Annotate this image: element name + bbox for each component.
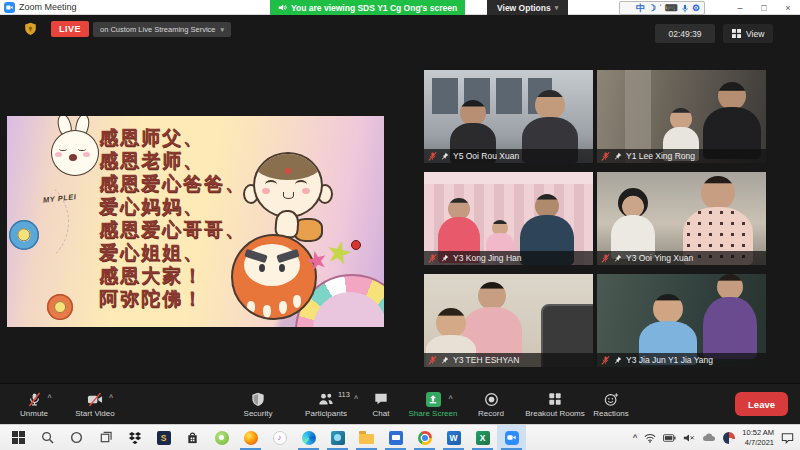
action-center-icon[interactable] bbox=[781, 432, 794, 444]
banner-text: You are viewing SDS Y1 Cg Ong's screen bbox=[291, 3, 457, 13]
task-view-button[interactable] bbox=[91, 425, 120, 450]
edge-glyph bbox=[302, 431, 316, 445]
flower-core bbox=[17, 228, 30, 241]
dropbox-icon[interactable] bbox=[120, 425, 149, 450]
firefox-icon[interactable] bbox=[236, 425, 265, 450]
app-media-icon[interactable]: ♪ bbox=[265, 425, 294, 450]
buddha-bindi bbox=[285, 168, 291, 174]
rabbit-mouth bbox=[69, 154, 77, 161]
minimize-button[interactable]: – bbox=[728, 0, 752, 15]
ime-toolbar[interactable]: 中 ☽ ˈ ⌨ ⚙ bbox=[619, 1, 705, 15]
security-button[interactable]: Security bbox=[236, 387, 280, 422]
participant-name: Y3 Jia Jun Y1 Jia Yang bbox=[626, 355, 713, 365]
participant-name: Y1 Lee Xing Rong bbox=[626, 151, 695, 161]
microsoft-store-icon[interactable] bbox=[178, 425, 207, 450]
share-screen-icon bbox=[426, 392, 441, 407]
volume-muted-icon[interactable] bbox=[683, 433, 695, 443]
cortana-icon bbox=[70, 431, 83, 444]
share-screen-button[interactable]: ^ Share Screen bbox=[402, 387, 464, 422]
app-green-icon[interactable] bbox=[207, 425, 236, 450]
task-view-icon bbox=[99, 431, 112, 444]
search-icon bbox=[41, 431, 54, 444]
word-icon[interactable]: W bbox=[439, 425, 468, 450]
ime-tone-icon[interactable]: ˈ bbox=[659, 2, 662, 14]
participants-button[interactable]: 113 ^ Participants bbox=[294, 387, 358, 422]
blue-flower bbox=[9, 220, 39, 250]
ime-logo-icon[interactable] bbox=[624, 4, 633, 13]
mic-muted-icon bbox=[601, 254, 610, 263]
chat-bubble-icon bbox=[374, 392, 388, 406]
chevron-down-icon: ▾ bbox=[555, 4, 559, 11]
view-layout-button[interactable]: View bbox=[723, 24, 773, 43]
leave-button[interactable]: Leave bbox=[735, 392, 788, 416]
chevron-up-icon[interactable]: ^ bbox=[448, 395, 452, 402]
slide-line: 感恩爱心爸爸、 bbox=[99, 172, 246, 195]
chat-button[interactable]: Chat bbox=[364, 387, 398, 422]
dropbox-glyph bbox=[128, 431, 142, 444]
ime-settings-icon[interactable]: ⚙ bbox=[692, 2, 700, 14]
participant-figure bbox=[611, 188, 655, 259]
participant-name: Y3 Kong Jing Han bbox=[453, 253, 522, 263]
onedrive-cloud-icon[interactable] bbox=[702, 433, 716, 442]
ime-keyboard-icon[interactable]: ⌨ bbox=[665, 2, 678, 14]
chrome-icon[interactable] bbox=[410, 425, 439, 450]
pin-icon bbox=[441, 356, 449, 364]
reactions-button[interactable]: Reactions bbox=[586, 387, 636, 422]
encryption-shield-icon[interactable] bbox=[24, 22, 37, 36]
store-bag-glyph bbox=[186, 431, 199, 445]
unmute-button[interactable]: ^ Unmute bbox=[8, 387, 60, 422]
start-video-button[interactable]: ^ Start Video bbox=[66, 387, 124, 422]
video-tile[interactable]: Y3 TEH ESHYAN bbox=[424, 274, 593, 367]
search-button[interactable] bbox=[33, 425, 62, 450]
edge-icon[interactable] bbox=[294, 425, 323, 450]
participant-nameplate: Y3 TEH ESHYAN bbox=[424, 353, 593, 367]
video-tile[interactable]: Y3 Ooi Ying Xuan bbox=[597, 172, 766, 265]
ime-mic-icon[interactable] bbox=[681, 4, 689, 13]
taskbar-clock[interactable]: 10:52 AM 4/7/2021 bbox=[742, 428, 774, 447]
slide-line: 感恩师父、 bbox=[99, 126, 246, 149]
buddha-cheek bbox=[262, 188, 270, 194]
daruma-spot bbox=[279, 301, 287, 314]
tray-expand-icon[interactable]: ^ bbox=[633, 433, 638, 442]
folder-glyph bbox=[359, 434, 374, 444]
close-button[interactable]: × bbox=[776, 0, 800, 15]
video-tile[interactable]: Y3 Kong Jing Han bbox=[424, 172, 593, 265]
system-tray: ^ 10:52 AM 4/7/2021 bbox=[633, 428, 800, 447]
breakout-rooms-button[interactable]: Breakout Rooms bbox=[518, 387, 592, 422]
network-icon[interactable] bbox=[644, 433, 656, 443]
chevron-up-icon[interactable]: ^ bbox=[47, 394, 51, 401]
zoom-taskbar-icon[interactable] bbox=[497, 425, 526, 450]
tray-app-icon[interactable] bbox=[723, 432, 735, 444]
app-s-icon[interactable]: S bbox=[149, 425, 178, 450]
rabbit-caption: MY PLEI bbox=[43, 192, 77, 204]
slide-line: 感恩爱心哥哥、 bbox=[99, 218, 246, 241]
video-tile[interactable]: Y5 Ooi Rou Xuan bbox=[424, 70, 593, 163]
window-titlebar: Zoom Meeting You are viewing SDS Y1 Cg O… bbox=[0, 0, 800, 15]
curtain-valance bbox=[424, 172, 593, 184]
video-tile[interactable]: Y3 Jia Jun Y1 Jia Yang bbox=[597, 274, 766, 367]
rabbit-eye bbox=[59, 146, 67, 151]
app-teal-icon[interactable] bbox=[323, 425, 352, 450]
window-title: Zoom Meeting bbox=[19, 2, 77, 12]
cortana-button[interactable] bbox=[62, 425, 91, 450]
ime-language-icon[interactable]: 中 bbox=[636, 2, 645, 14]
pin-icon bbox=[614, 356, 622, 364]
slide-line: 爱心姐姐、 bbox=[99, 241, 246, 264]
flower-core bbox=[54, 301, 66, 313]
record-button[interactable]: Record bbox=[470, 387, 512, 422]
start-button[interactable] bbox=[4, 425, 33, 450]
rabbit-cheek bbox=[83, 152, 90, 157]
battery-icon[interactable] bbox=[663, 434, 676, 442]
zoom-app-icon bbox=[4, 2, 15, 13]
view-options-button[interactable]: View Options ▾ bbox=[487, 0, 568, 15]
mic-muted-icon bbox=[601, 152, 610, 161]
excel-icon[interactable]: X bbox=[468, 425, 497, 450]
live-service-dropdown[interactable]: on Custom Live Streaming Service ▾ bbox=[93, 22, 231, 37]
video-tile[interactable]: Y1 Lee Xing Rong bbox=[597, 70, 766, 163]
maximize-button[interactable]: □ bbox=[752, 0, 776, 15]
chevron-up-icon[interactable]: ^ bbox=[109, 394, 113, 401]
chevron-up-icon[interactable]: ^ bbox=[354, 395, 358, 402]
file-explorer-icon[interactable] bbox=[352, 425, 381, 450]
app-blue-icon[interactable] bbox=[381, 425, 410, 450]
ime-moon-icon[interactable]: ☽ bbox=[648, 2, 656, 14]
